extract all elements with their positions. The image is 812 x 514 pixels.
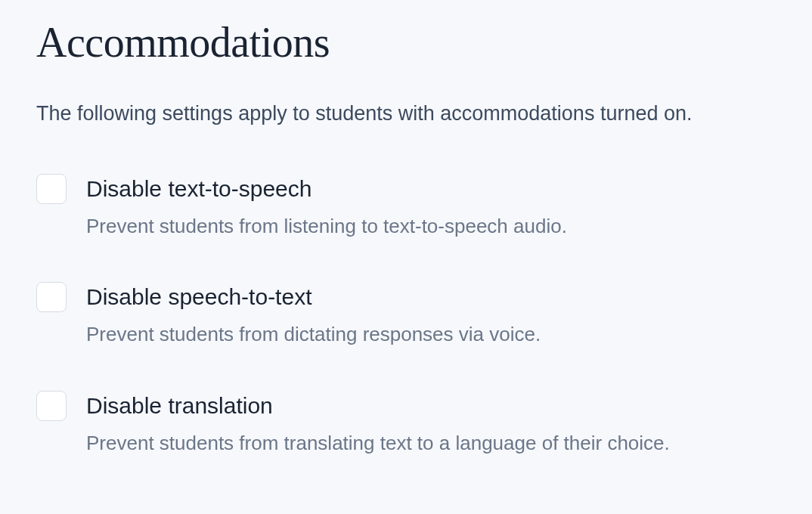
option-label: Disable speech-to-text <box>86 282 541 311</box>
option-row-disable-speech-to-text: Disable speech-to-text Prevent students … <box>36 282 776 348</box>
option-label: Disable text-to-speech <box>86 174 567 203</box>
option-label: Disable translation <box>86 391 670 420</box>
accommodations-options-list: Disable text-to-speech Prevent students … <box>36 174 776 457</box>
checkbox-disable-speech-to-text[interactable] <box>36 282 67 312</box>
option-content: Disable translation Prevent students fro… <box>86 391 670 457</box>
option-content: Disable speech-to-text Prevent students … <box>86 282 541 348</box>
option-row-disable-text-to-speech: Disable text-to-speech Prevent students … <box>36 174 776 240</box>
option-content: Disable text-to-speech Prevent students … <box>86 174 567 240</box>
checkbox-disable-translation[interactable] <box>36 391 67 421</box>
option-description: Prevent students from translating text t… <box>86 429 670 457</box>
checkbox-disable-text-to-speech[interactable] <box>36 174 67 204</box>
option-description: Prevent students from listening to text-… <box>86 212 567 240</box>
option-row-disable-translation: Disable translation Prevent students fro… <box>36 391 776 457</box>
section-description: The following settings apply to students… <box>36 100 776 128</box>
option-description: Prevent students from dictating response… <box>86 320 541 348</box>
page-title: Accommodations <box>36 18 776 67</box>
